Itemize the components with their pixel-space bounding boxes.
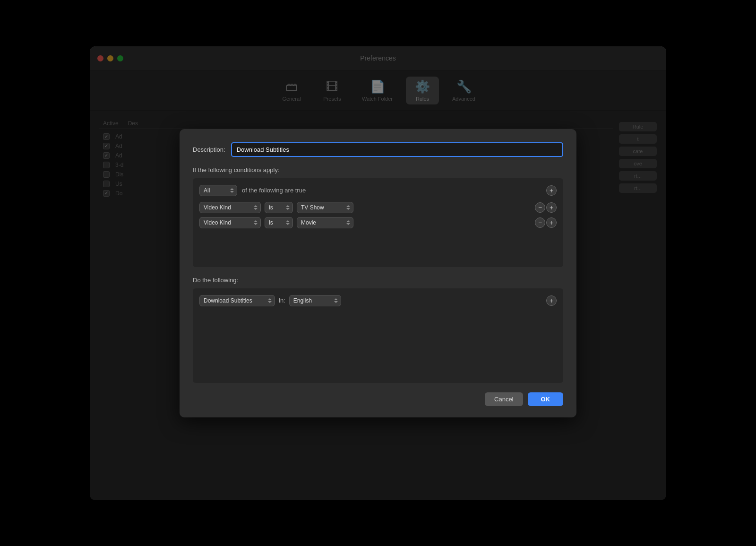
all-label: of the following are true	[242, 187, 306, 194]
actions-title: Do the following:	[193, 277, 563, 284]
conditions-empty-space	[199, 232, 557, 260]
condition-field-select-1[interactable]: Video Kind Title Date Added	[199, 217, 261, 228]
language-select-0[interactable]: English French Spanish German Japanese	[289, 295, 341, 306]
cancel-button[interactable]: Cancel	[485, 392, 523, 406]
condition-value-select-0[interactable]: TV Show Movie Clip	[297, 202, 353, 213]
all-row: All Any None of the following are true +	[199, 185, 557, 196]
ok-button[interactable]: OK	[528, 392, 564, 406]
preferences-window: Preferences 🗃 General 🎞 Presets 📄 Watch …	[90, 46, 666, 500]
condition-row-buttons-0: − +	[535, 202, 557, 213]
action-row-0: Download Subtitles Convert Move in: Engl…	[199, 295, 557, 306]
add-condition-after-button-0[interactable]: +	[546, 202, 557, 213]
rule-editor-modal: Description: If the following conditions…	[180, 129, 576, 417]
condition-field-select-0[interactable]: Video Kind Title Date Added	[199, 202, 261, 213]
actions-box: Download Subtitles Convert Move in: Engl…	[193, 288, 563, 383]
conditions-title: If the following conditions apply:	[193, 166, 563, 173]
condition-operator-select-0[interactable]: is is not	[265, 202, 293, 213]
add-condition-after-button-1[interactable]: +	[546, 217, 557, 228]
modal-overlay: Description: If the following conditions…	[90, 46, 666, 500]
condition-value-select-1[interactable]: TV Show Movie Clip	[297, 217, 353, 228]
add-condition-button[interactable]: +	[546, 185, 557, 196]
description-label: Description:	[193, 146, 225, 153]
modal-footer: Cancel OK	[193, 392, 563, 406]
all-select[interactable]: All Any None	[199, 185, 237, 196]
add-action-button[interactable]: +	[546, 295, 557, 306]
add-condition-button-wrapper: +	[546, 185, 557, 196]
conditions-box: All Any None of the following are true +…	[193, 178, 563, 267]
in-label: in:	[279, 297, 285, 304]
actions-empty-space	[199, 310, 557, 376]
remove-condition-button-0[interactable]: −	[535, 202, 545, 213]
condition-row-0: Video Kind Title Date Added is is not TV…	[199, 202, 557, 213]
add-action-button-wrapper: +	[546, 295, 557, 306]
condition-row-1: Video Kind Title Date Added is is not TV…	[199, 217, 557, 228]
action-select-0[interactable]: Download Subtitles Convert Move	[199, 295, 275, 306]
condition-row-buttons-1: − +	[535, 217, 557, 228]
description-input[interactable]	[231, 142, 563, 157]
condition-operator-select-1[interactable]: is is not	[265, 217, 293, 228]
remove-condition-button-1[interactable]: −	[535, 217, 545, 228]
description-row: Description:	[193, 142, 563, 157]
